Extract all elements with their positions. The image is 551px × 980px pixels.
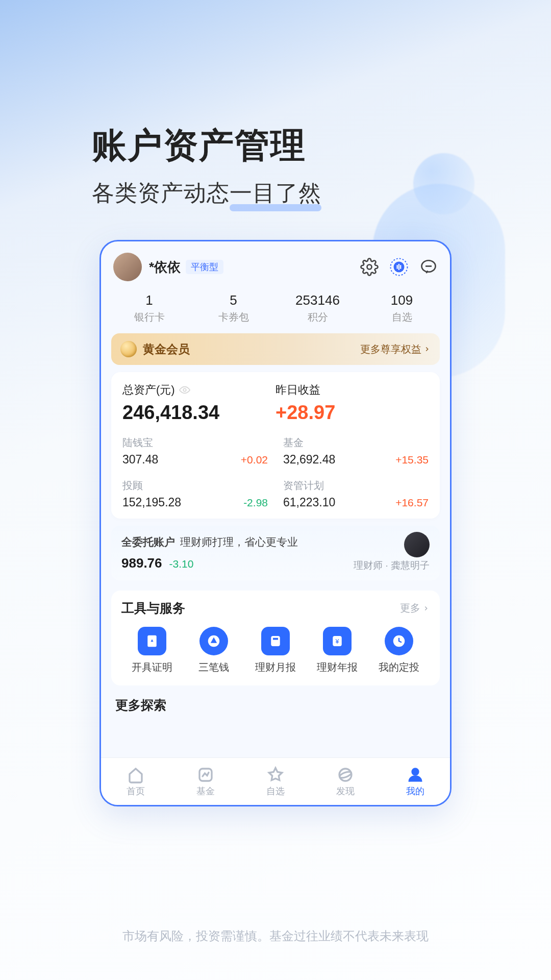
stat-points[interactable]: 253146 积分	[276, 292, 360, 324]
stats-row: 1 银行卡 5 卡券包 253146 积分 109 自选	[101, 289, 450, 333]
tab-0[interactable]: 首页	[101, 758, 171, 805]
tab-icon	[336, 766, 355, 784]
hero: 账户资产管理 各类资产动态一目了然	[92, 122, 321, 208]
stat-coupons[interactable]: 5 卡券包	[191, 292, 276, 324]
tools-more[interactable]: 更多	[400, 601, 430, 615]
tool-icon	[138, 627, 166, 655]
message-icon[interactable]	[419, 258, 438, 276]
svg-rect-4	[398, 264, 399, 270]
risk-tag[interactable]: 平衡型	[186, 260, 223, 274]
hero-title: 账户资产管理	[92, 122, 321, 169]
tab-2[interactable]: 自选	[241, 758, 311, 805]
assets-card: 总资产(元) 246,418.34 昨日收益 +28.97 陆钱宝 307.48…	[111, 372, 440, 519]
advisor-avatar[interactable]	[404, 532, 430, 557]
svg-rect-14	[273, 638, 278, 640]
disclaimer: 市场有风险，投资需谨慎。基金过往业绩不代表未来表现	[0, 928, 551, 944]
total-assets[interactable]: 总资产(元) 246,418.34	[122, 382, 276, 424]
tab-4[interactable]: 我的	[380, 758, 450, 805]
tab-3[interactable]: 发现	[310, 758, 380, 805]
holding-cell[interactable]: 投顾 152,195.28 -2.98	[122, 479, 268, 509]
explore-title: 更多探索	[115, 697, 436, 714]
stat-watchlist[interactable]: 109 自选	[360, 292, 444, 324]
tool-item[interactable]: 我的定投	[368, 627, 430, 674]
avatar[interactable]	[113, 253, 142, 281]
holding-cell[interactable]: 资管计划 61,223.10 +16.57	[283, 479, 429, 509]
hero-subtitle: 各类资产动态一目了然	[92, 178, 321, 208]
svg-point-8	[183, 388, 186, 391]
trust-account-card[interactable]: 全委托账户理财师打理，省心更专业 989.76 -3.10 理财师 · 龚慧明子	[111, 526, 440, 580]
tab-bar: 首页 基金 自选 发现 我的	[101, 758, 450, 805]
tool-icon	[199, 627, 228, 655]
holding-cell[interactable]: 陆钱宝 307.48 +0.02	[122, 436, 268, 467]
gold-more[interactable]: 更多尊享权益	[360, 342, 431, 356]
username[interactable]: *依依	[149, 258, 181, 276]
tool-icon: ¥	[323, 627, 352, 655]
gold-member-bar[interactable]: 黄金会员 更多尊享权益	[111, 333, 440, 365]
tab-icon	[127, 766, 145, 784]
svg-point-21	[412, 769, 418, 775]
top-bar: *依依 平衡型	[101, 241, 450, 289]
gold-coin-icon	[120, 341, 137, 357]
svg-rect-13	[271, 636, 280, 646]
phone-frame: *依依 平衡型 1 银行卡 5 卡券包 253146 积分	[99, 240, 452, 806]
svg-point-0	[367, 265, 372, 270]
tab-icon	[406, 766, 424, 784]
tab-icon	[266, 766, 285, 784]
svg-text:¥: ¥	[335, 638, 339, 645]
underline-decoration	[230, 204, 321, 211]
svg-rect-3	[397, 265, 398, 269]
settings-icon[interactable]	[360, 258, 379, 276]
tools-title: 工具与服务	[121, 600, 185, 617]
yesterday-profit[interactable]: 昨日收益 +28.97	[276, 382, 429, 424]
gold-title: 黄金会员	[143, 341, 190, 357]
tool-item[interactable]: 开具证明	[121, 627, 183, 674]
tab-1[interactable]: 基金	[171, 758, 241, 805]
tool-icon	[261, 627, 290, 655]
svg-rect-5	[400, 265, 401, 269]
tab-icon	[196, 766, 215, 784]
tool-item[interactable]: ¥ 理财年报	[306, 627, 368, 674]
tool-item[interactable]: 理财月报	[245, 627, 307, 674]
stat-bankcards[interactable]: 1 银行卡	[107, 292, 191, 324]
eye-icon[interactable]	[179, 384, 190, 396]
advisor-name: 理财师 · 龚慧明子	[354, 559, 430, 572]
tool-icon	[385, 627, 413, 655]
holding-cell[interactable]: 基金 32,692.48 +15.35	[283, 436, 429, 467]
holdings-grid: 陆钱宝 307.48 +0.02基金 32,692.48 +15.35投顾 15…	[122, 436, 429, 509]
tool-item[interactable]: 三笔钱	[183, 627, 245, 674]
tools-card: 工具与服务 更多 开具证明 三笔钱 理财月报¥ 理财年报 我的定投	[111, 591, 440, 685]
voice-icon[interactable]	[390, 258, 408, 276]
